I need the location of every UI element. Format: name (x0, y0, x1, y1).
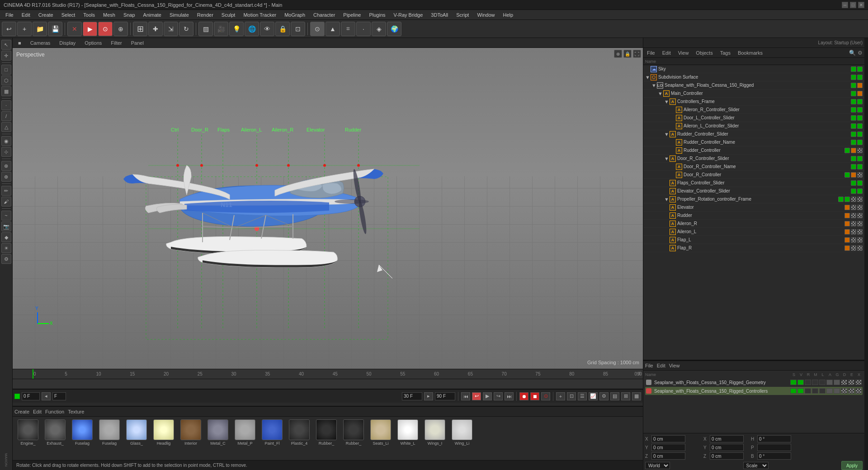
tree-item-controllers_frame[interactable]: ▼AControllers_Frame (643, 98, 864, 106)
object-mode-button[interactable]: ◈ (372, 22, 386, 36)
tree-item-rudder_ctrl[interactable]: ARudder_Controller (643, 146, 864, 155)
mat-item-4[interactable]: Glass_ (124, 419, 149, 446)
capture-button[interactable]: ▦ (632, 392, 641, 400)
viewport-tab-panel[interactable]: Panel (127, 39, 147, 47)
x-pos-input[interactable] (651, 435, 685, 442)
am-row-1[interactable]: Seaplane_with_Floats_Cessna_150_Rigged_C… (645, 387, 863, 395)
menu-item-v-ray-bridge[interactable]: V-Ray Bridge (390, 11, 427, 19)
am-badge-0-5[interactable] (826, 380, 833, 385)
mat-item-11[interactable]: Rubber_ (314, 419, 339, 446)
mat-item-10[interactable]: Plastic_4 (287, 419, 312, 446)
mat-item-1[interactable]: Exhaust_ (42, 419, 68, 446)
new-button[interactable]: + (17, 22, 32, 36)
menu-item-character[interactable]: Character (310, 11, 339, 19)
point-button[interactable]: · (356, 22, 371, 36)
am-badge-1-3[interactable] (812, 388, 818, 394)
am-badge-1-4[interactable] (819, 388, 826, 394)
mat-item-7[interactable]: Metal_C (205, 419, 231, 446)
mat-item-13[interactable]: Seats_Li (368, 419, 393, 446)
tool-texture[interactable]: ▦ (1, 86, 11, 96)
mat-tab-create[interactable]: Create (14, 409, 29, 414)
menu-item-mograph[interactable]: MoGraph (281, 11, 309, 19)
tree-arrow-controllers_frame[interactable]: ▼ (664, 99, 670, 104)
tree-item-door_r_slider[interactable]: ▼ADoor_R_Controller_Slider (643, 155, 864, 163)
tree-item-sky[interactable]: ☁Sky (643, 65, 864, 73)
tool-light[interactable]: ☀ (1, 243, 11, 253)
tree-item-aileron_l[interactable]: AAileron_L (643, 228, 864, 236)
render-button[interactable]: ⊙ (98, 22, 113, 36)
param-button[interactable]: ⚙ (599, 392, 609, 400)
tree-item-rudder[interactable]: ARudder (643, 212, 864, 220)
tool-pen[interactable]: ✏ (1, 186, 11, 196)
current-frame-input[interactable] (52, 392, 66, 400)
mat-item-5[interactable]: Headlig (151, 419, 176, 446)
undo-button[interactable]: ↩ (2, 22, 16, 36)
tree-item-door_l_slider[interactable]: ADoor_L_Controller_Slider (643, 114, 864, 122)
scene-button[interactable]: 🌐 (245, 22, 259, 36)
nav-lock-icon[interactable]: 🔒 (623, 50, 632, 58)
tree-arrow-main_controller[interactable]: ▼ (658, 91, 663, 96)
menu-item-motion-tracker[interactable]: Motion Tracker (240, 11, 280, 19)
tool-edges[interactable]: / (1, 111, 11, 121)
transform-mode-dropdown[interactable]: Scale Move Rotate (743, 462, 769, 469)
timeline-button[interactable]: ☰ (578, 392, 587, 400)
mat-item-0[interactable]: Engine_ (15, 419, 41, 446)
tree-arrow-subdivision[interactable]: ▼ (645, 75, 651, 80)
menu-item-sculpt[interactable]: Sculpt (218, 11, 239, 19)
menu-item-pipeline[interactable]: Pipeline (340, 11, 364, 19)
playhead[interactable] (33, 369, 33, 379)
menu-item-script[interactable]: Script (453, 11, 472, 19)
om-tab-view[interactable]: View (676, 49, 691, 56)
am-badge-0-0[interactable] (790, 380, 797, 385)
apply-button[interactable]: Apply (841, 461, 863, 470)
tree-arrow-rudder_slider[interactable]: ▼ (664, 132, 670, 137)
play-button[interactable]: ▶ (483, 392, 492, 400)
am-badge-0-9[interactable] (855, 380, 862, 385)
am-tab-view[interactable]: View (669, 363, 680, 368)
edge-button[interactable]: ⌗ (341, 22, 355, 36)
am-badge-1-1[interactable] (797, 388, 804, 394)
save-button[interactable]: 💾 (48, 22, 62, 36)
tool-primitive[interactable]: ◆ (1, 232, 11, 242)
tool-snap[interactable]: ⊗ (1, 161, 11, 171)
z-pos-input[interactable] (651, 452, 685, 460)
mat-tab-texture[interactable]: Texture (68, 409, 84, 414)
h-input[interactable] (757, 435, 791, 442)
tree-item-aileron_r[interactable]: AAileron_R (643, 220, 864, 228)
tree-item-elevator_slider[interactable]: AElevator_Controller_Slider (643, 187, 864, 195)
tree-item-subdivision[interactable]: ▼⬡Subdivision Surface (643, 73, 864, 81)
open-button[interactable]: 📁 (33, 22, 47, 36)
polygon-button[interactable]: ▲ (326, 22, 340, 36)
mat-item-12[interactable]: Rubber_ (341, 419, 366, 446)
tree-item-main_controller[interactable]: ▼AMain_Controller (643, 89, 864, 98)
am-badge-1-8[interactable] (848, 388, 854, 394)
am-row-0[interactable]: Seaplane_with_Floats_Cessna_150_Rigged_G… (645, 378, 863, 386)
tool-polygons[interactable]: △ (1, 122, 11, 132)
am-badge-1-2[interactable] (805, 388, 811, 394)
play-range-input[interactable] (402, 392, 422, 400)
x2-pos-input[interactable] (710, 435, 744, 442)
go-end-button[interactable]: ⏭ (505, 392, 514, 400)
active-render-button[interactable]: ▨ (198, 22, 213, 36)
go-start-button[interactable]: ⏮ (461, 392, 470, 400)
viewport-tab-filter[interactable]: Filter (107, 39, 125, 47)
tool-camera[interactable]: 📷 (1, 221, 11, 231)
timeline-track[interactable] (13, 379, 643, 389)
morph-button[interactable]: ⊞ (621, 392, 630, 400)
mat-item-15[interactable]: Wings_I (422, 419, 448, 446)
stop-button[interactable]: ⏹ (530, 392, 539, 400)
tree-item-aileron_l_slider[interactable]: AAileron_L_Controller_Slider (643, 122, 864, 130)
tree-item-flaps_slider[interactable]: AFlaps_Controller_Slider (643, 179, 864, 187)
tree-item-door_r_name[interactable]: ADoor_R_Controller_Name (643, 163, 864, 171)
menu-item-edit[interactable]: Edit (18, 11, 34, 19)
close-button[interactable]: ✕ (858, 2, 864, 8)
menu-item-render[interactable]: Render (193, 11, 217, 19)
mat-item-3[interactable]: Fuselag (97, 419, 122, 446)
lock-button[interactable]: 🔒 (275, 22, 290, 36)
am-badge-0-3[interactable] (812, 380, 818, 385)
am-badge-1-9[interactable] (855, 388, 862, 394)
tool-move[interactable]: ✛ (1, 51, 11, 61)
rotate-tool-button[interactable]: ↻ (179, 22, 193, 36)
am-badge-0-2[interactable] (805, 380, 811, 385)
menu-item-simulate[interactable]: Simulate (166, 11, 193, 19)
